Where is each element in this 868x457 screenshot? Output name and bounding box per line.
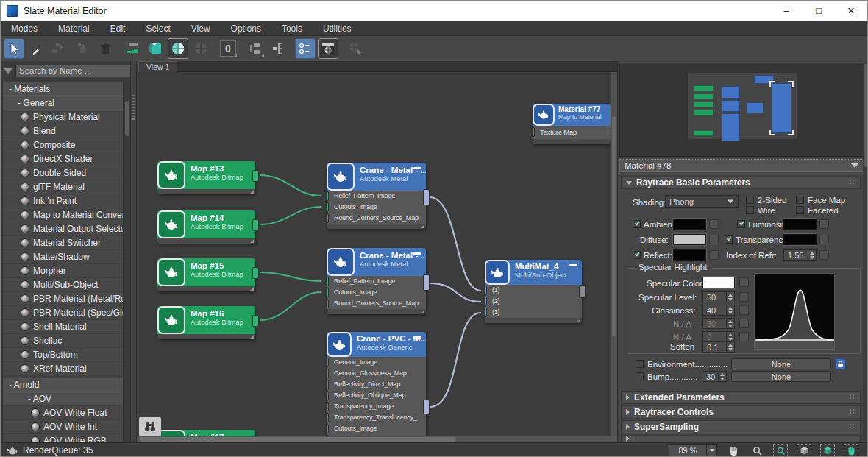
input-slot[interactable]: Reflectivity_Oblique_Map bbox=[327, 390, 426, 401]
tree-item-morpher[interactable]: Morpher bbox=[3, 264, 123, 277]
input-socket[interactable] bbox=[327, 202, 329, 212]
luminosity-color-swatch[interactable] bbox=[783, 219, 817, 230]
node-map16[interactable]: Map #16 Autodesk Bitmap bbox=[157, 306, 255, 339]
resize-grip-icon[interactable] bbox=[250, 239, 254, 243]
tree-item-pbr-spec-gloss[interactable]: PBR Material (Spec/Gloss) bbox=[3, 306, 123, 319]
layout-all-vertical-button[interactable] bbox=[245, 38, 266, 59]
output-socket[interactable] bbox=[252, 315, 259, 327]
input-slot[interactable]: (1) bbox=[485, 285, 582, 296]
zoom-dropdown-button[interactable] bbox=[707, 444, 717, 456]
ambient-color-swatch[interactable] bbox=[673, 219, 706, 230]
zoom-region-button[interactable] bbox=[773, 444, 788, 457]
input-socket[interactable] bbox=[485, 286, 487, 295]
resize-grip-icon[interactable] bbox=[250, 287, 254, 291]
output-socket[interactable] bbox=[252, 267, 259, 279]
collapse-node-icon[interactable] bbox=[413, 336, 421, 339]
input-slot[interactable]: (2) bbox=[485, 296, 582, 307]
tree-group-arnold[interactable]: - Arnold bbox=[3, 378, 123, 392]
input-slot[interactable]: Relief_Pattern_Image bbox=[327, 276, 426, 287]
shading-dropdown[interactable]: Phong bbox=[665, 195, 739, 208]
resize-grip-icon[interactable] bbox=[577, 319, 580, 322]
glossiness-map-button[interactable] bbox=[739, 305, 749, 315]
glossiness-spinner[interactable]: 40 bbox=[702, 305, 735, 316]
zoom-tool-button[interactable] bbox=[750, 444, 764, 457]
minimize-button[interactable]: – bbox=[770, 1, 803, 21]
tree-item-physical-material[interactable]: Physical Material bbox=[3, 110, 123, 124]
tree-item-aov-write-float[interactable]: AOV Write Float bbox=[3, 406, 123, 419]
pan-navigator-overlay[interactable] bbox=[139, 417, 161, 436]
bump-amount-spinner[interactable]: 30 bbox=[702, 371, 727, 382]
input-slot[interactable]: Cutouts_Image bbox=[327, 287, 426, 298]
input-slot[interactable]: Round_Corners_Source_Map bbox=[327, 213, 426, 224]
input-slot[interactable]: Cutouts_Image bbox=[327, 202, 426, 213]
tree-item-aov-write-int[interactable]: AOV Write Int bbox=[3, 420, 123, 433]
zoom-level-control[interactable]: 89 % bbox=[669, 444, 717, 456]
tree-item-matte-shadow[interactable]: Matte/Shadow bbox=[3, 250, 123, 263]
input-socket[interactable] bbox=[327, 402, 329, 411]
bump-map-button[interactable]: None bbox=[731, 371, 831, 382]
menu-edit[interactable]: Edit bbox=[100, 21, 136, 35]
navigator-minimap[interactable] bbox=[619, 63, 864, 157]
menu-utilities[interactable]: Utilities bbox=[313, 21, 362, 35]
node-graph-canvas[interactable]: Map #13 Autodesk Bitmap Map #14 Autodesk… bbox=[137, 72, 611, 436]
resize-grip-icon[interactable] bbox=[250, 335, 254, 339]
tree-item-aov-write-rgb[interactable]: AOV Write RGB bbox=[3, 434, 123, 442]
show-background-button[interactable] bbox=[191, 38, 211, 59]
assign-material-to-selection-button[interactable] bbox=[49, 38, 70, 59]
wire-checkbox[interactable] bbox=[746, 206, 754, 214]
refraction-map-button[interactable] bbox=[819, 250, 829, 260]
rollout-clipped[interactable] bbox=[621, 435, 861, 442]
ambient-map-button[interactable] bbox=[709, 219, 719, 229]
node-multimat4[interactable]: MultiMat_4 Multi/Sub-Object (1) (2) (3) bbox=[485, 260, 582, 323]
output-socket[interactable] bbox=[423, 400, 430, 414]
menu-options[interactable]: Options bbox=[221, 21, 271, 35]
input-socket[interactable] bbox=[327, 435, 329, 436]
tree-group-materials[interactable]: - Materials bbox=[3, 82, 123, 96]
two-sided-checkbox[interactable] bbox=[746, 196, 754, 204]
rollout-raytracer-controls[interactable]: Raytracer Controls bbox=[621, 405, 861, 419]
output-socket[interactable] bbox=[423, 189, 430, 205]
browser-options-dropdown-icon[interactable] bbox=[4, 68, 13, 74]
parameter-editor-toggle-button[interactable] bbox=[318, 38, 338, 59]
pan-to-selected-button[interactable] bbox=[844, 444, 858, 457]
face-map-checkbox[interactable] bbox=[796, 196, 804, 204]
input-socket[interactable] bbox=[327, 191, 329, 201]
output-socket[interactable] bbox=[252, 170, 259, 182]
tree-item-gltf-material[interactable]: glTF Material bbox=[3, 180, 123, 194]
input-slot[interactable]: Cutouts_Image bbox=[327, 423, 426, 434]
input-socket[interactable] bbox=[485, 308, 487, 317]
spinner-arrows-icon[interactable] bbox=[808, 250, 816, 260]
node-header[interactable]: Map #17 Autodesk Bitmap bbox=[157, 430, 255, 436]
canvas-horizontal-scrollbar[interactable] bbox=[137, 436, 617, 442]
sidebar-scrollbar[interactable] bbox=[124, 82, 130, 442]
node-material77[interactable]: Material #77 Map to Material Texture Map bbox=[533, 104, 611, 144]
search-input[interactable] bbox=[15, 65, 130, 77]
show-shaded-material-in-viewport-button[interactable] bbox=[168, 38, 188, 59]
input-slot[interactable]: Self_Illumination_Filter_Col bbox=[327, 434, 426, 436]
panel-scrollbar[interactable] bbox=[863, 63, 868, 441]
spinner-arrows-icon[interactable] bbox=[726, 305, 734, 315]
input-socket[interactable] bbox=[327, 369, 329, 378]
tree-item-shellac[interactable]: Shellac bbox=[3, 334, 123, 347]
collapse-node-icon[interactable] bbox=[413, 252, 421, 255]
input-socket[interactable] bbox=[327, 277, 329, 286]
tree-item-composite[interactable]: Composite bbox=[3, 138, 123, 152]
hide-unused-nodeslots-button[interactable] bbox=[145, 38, 166, 59]
environment-map-button[interactable]: None bbox=[731, 358, 831, 369]
panel-scrollbar-thumb[interactable] bbox=[864, 64, 867, 167]
tree-item-material-switcher[interactable]: Material Switcher bbox=[3, 236, 123, 249]
luminosity-checkbox[interactable] bbox=[737, 220, 745, 228]
input-slot[interactable]: Round_Corners_Source_Map bbox=[327, 298, 426, 309]
rollout-extended-parameters[interactable]: Extended Parameters bbox=[621, 391, 861, 404]
input-slot[interactable]: Texture Map bbox=[533, 126, 611, 139]
menu-tools[interactable]: Tools bbox=[271, 21, 313, 35]
input-slot[interactable]: Reflectivity_Direct_Map bbox=[327, 379, 426, 390]
delete-selected-button[interactable] bbox=[95, 38, 115, 59]
node-header[interactable]: Crane - Metal - ... Autodesk Metal bbox=[327, 163, 426, 191]
tree-item-map-to-material[interactable]: Map to Material Conversi... bbox=[3, 208, 123, 222]
specular-color-map-button[interactable] bbox=[739, 277, 749, 287]
output-socket[interactable] bbox=[579, 285, 586, 298]
material-map-browser-toggle-button[interactable] bbox=[295, 38, 316, 59]
zoom-extents-selected-button[interactable] bbox=[820, 444, 835, 457]
resize-grip-icon[interactable] bbox=[250, 190, 254, 194]
